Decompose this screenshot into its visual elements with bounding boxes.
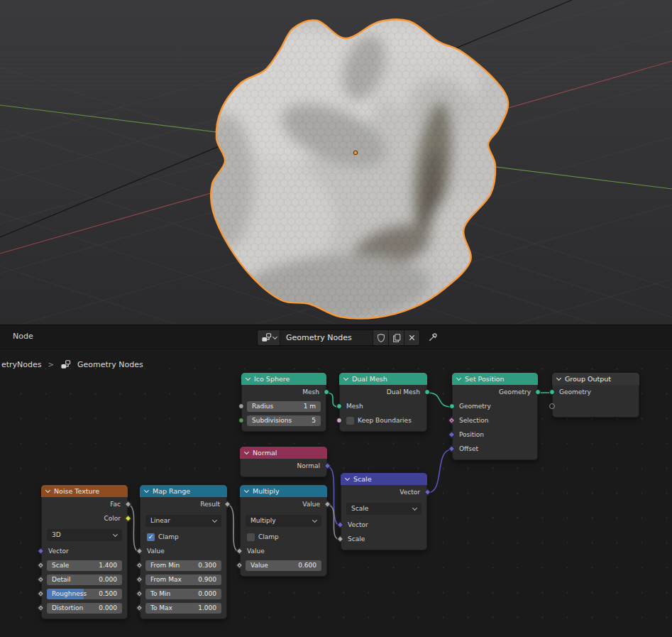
value-slider-radius[interactable]: Radius1 m [247,401,321,412]
node-header[interactable]: Multiply [240,485,327,497]
node-row-Scale: Scale [341,532,426,546]
value-slider-to-min[interactable]: To Min0.000 [145,589,221,599]
node-header[interactable]: Group Output [552,373,639,385]
shield-icon [376,333,386,343]
field-value: 0.900 [198,576,216,583]
collapse-chevron-icon[interactable] [556,376,561,381]
socket[interactable] [238,418,244,423]
pin-icon [427,332,439,343]
input-label: Offset [459,445,478,452]
node-row-Offset: Offset [453,442,537,456]
node-header[interactable]: Dual Mesh [339,373,427,385]
node-scale[interactable]: ScaleVectorScaleVectorScale [341,473,427,550]
unlink-button[interactable] [404,330,419,345]
copy-icon [392,333,402,343]
tree-name-field[interactable]: Geometry Nodes [280,330,373,345]
output-label: Mesh [302,388,319,396]
value-slider-to-max[interactable]: To Max1.000 [145,603,221,614]
socket[interactable] [449,403,455,409]
node-group_output[interactable]: Group OutputGeometry [552,373,639,418]
fake-user-button[interactable] [373,330,388,345]
value-slider-subdivisions[interactable]: Subdivisions5 [247,415,321,426]
socket[interactable] [549,389,555,395]
collapse-chevron-icon[interactable] [244,488,249,493]
socket[interactable] [336,418,342,423]
dropdown-value: Multiply [250,517,276,524]
collapse-chevron-icon[interactable] [45,488,50,493]
collapse-chevron-icon[interactable] [244,450,249,454]
browse-tree-button[interactable] [258,330,280,345]
node-set_position[interactable]: Set PositionGeometryGeometrySelectionPos… [452,373,538,460]
node-header[interactable]: Ico Sphere [241,373,326,385]
collapse-chevron-icon[interactable] [456,376,461,381]
node-ico_sphere[interactable]: Ico SphereMeshRadius1 mSubdivisions5 [241,373,326,432]
node-header[interactable]: Noise Texture [41,485,128,497]
node-header[interactable]: Set Position [452,373,538,385]
checkbox-clamp[interactable]: ✓ [147,533,155,541]
socket[interactable] [324,389,329,395]
collapse-chevron-icon[interactable] [343,376,348,381]
field-value: 1.000 [198,604,216,611]
node-header[interactable]: Scale [341,473,427,485]
field-value: 0.300 [198,562,216,569]
socket[interactable] [549,403,555,409]
node-editor-header: Node Geometry Nodes [0,325,672,349]
output-label: Result [200,501,220,508]
breadcrumb-root: etryNodes [1,360,42,369]
node-multiply[interactable]: MultiplyValueMultiplyClampValueValue0.60… [240,485,327,577]
checkbox-keep-boundaries[interactable] [346,417,354,425]
collapse-chevron-icon[interactable] [144,488,149,493]
node-row-Keep Boundaries: Keep Boundaries [340,413,426,428]
node-row-Fac: Fac [42,497,127,511]
viewport-3d[interactable] [0,0,672,325]
field-value: 0.000 [198,590,216,597]
value-slider-detail[interactable]: Detail0.000 [47,575,122,585]
node-header[interactable]: Normal [240,447,327,459]
collapse-chevron-icon[interactable] [246,376,250,381]
node-menu[interactable]: Node [13,332,33,341]
value-slider-from-max[interactable]: From Max0.900 [145,575,221,585]
value-slider-scale[interactable]: Scale1.400 [47,560,122,571]
dropdown-multiply[interactable]: Multiply [246,515,321,527]
dropdown-3d[interactable]: 3D [47,529,122,541]
field-value: 1.400 [99,562,117,569]
field-label: Distortion [52,604,83,611]
node-noise_texture[interactable]: Noise TextureFacColor3DVectorScale1.400D… [41,485,128,619]
chevron-down-icon [113,531,118,536]
socket[interactable] [238,403,244,409]
value-slider-value[interactable]: Value0.600 [246,560,321,571]
output-label: Fac [110,501,121,508]
input-label: Vector [48,548,69,555]
node-header[interactable]: Map Range [140,485,227,497]
dropdown-linear[interactable]: Linear [145,515,221,527]
checkbox-clamp[interactable] [247,533,255,541]
socket[interactable] [424,389,430,395]
output-label: Geometry [499,388,531,396]
collapse-chevron-icon[interactable] [345,476,350,481]
value-slider-roughness[interactable]: Roughness0.500 [47,589,122,599]
new-copy-button[interactable] [388,330,404,345]
socket[interactable] [535,389,541,395]
node-title: Set Position [465,375,505,383]
breadcrumb-current: Geometry Nodes [77,360,143,369]
field-label: From Max [150,576,182,583]
dropdown-scale[interactable]: Scale [346,503,422,515]
value-slider-distortion[interactable]: Distortion0.000 [47,603,122,614]
field-value: 0.000 [99,604,117,611]
field-label: To Max [150,604,172,611]
node-map_range[interactable]: Map RangeResultLinear✓ClampValueFrom Min… [140,485,227,619]
input-label: Value [147,548,165,555]
node-normal[interactable]: NormalNormal [240,447,327,477]
node-title: Dual Mesh [352,375,387,383]
node-dual_mesh[interactable]: Dual MeshDual MeshMeshKeep Boundaries [339,373,427,432]
node-editor-canvas[interactable]: etryNodes > Geometry Nodes Ico SphereMes… [0,349,672,637]
field-label: To Min [150,590,170,597]
pin-button[interactable] [427,332,439,343]
field-label: Scale [52,562,69,569]
node-title: Group Output [565,375,611,383]
chevron-down-icon [272,334,277,339]
value-slider-from-min[interactable]: From Min0.300 [145,560,221,571]
socket[interactable] [336,403,342,409]
node-row-Roughness: Roughness0.500 [42,587,127,601]
field-value: 5 [312,417,316,424]
